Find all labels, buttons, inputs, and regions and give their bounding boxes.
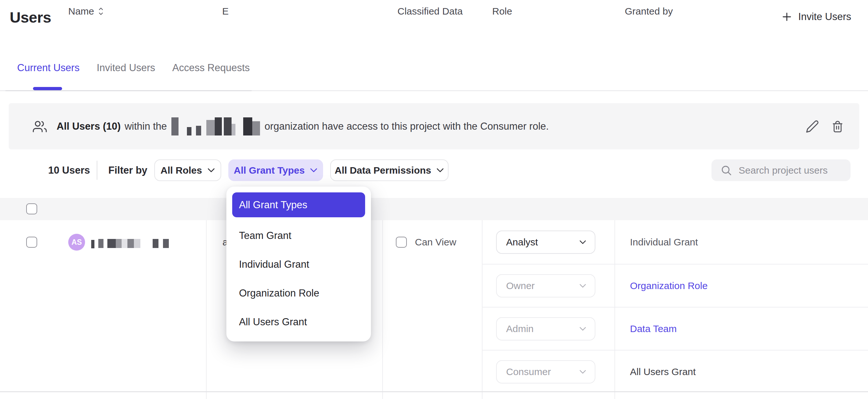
avatar: AS [68,234,85,251]
chevron-down-icon [310,168,317,173]
tab-divider-dark [5,90,252,91]
column-header-role: Role [492,0,512,22]
row-checkbox[interactable] [26,237,37,248]
toolbar-divider [97,161,97,180]
column-divider [615,220,615,399]
column-divider [482,220,483,399]
column-header-email: E [222,0,229,22]
column-divider [206,220,207,399]
search-box [711,159,850,181]
page-title: Users [10,8,51,26]
sub-row-divider [482,350,868,350]
plus-icon [781,11,792,22]
can-view-label: Can View [415,237,456,248]
banner-text: All Users (10) within the organization h… [57,117,549,135]
select-all-checkbox[interactable] [26,204,37,214]
filter-all-roles[interactable]: All Roles [154,159,221,181]
menu-item-all-grant-types[interactable]: All Grant Types [232,192,365,217]
menu-list: Team Grant Individual Grant Organization… [232,221,365,336]
menu-item-individual-grant[interactable]: Individual Grant [232,250,365,279]
column-header-classified-data: Classified Data [398,0,463,22]
menu-item-all-users-grant[interactable]: All Users Grant [232,307,365,336]
chevron-down-icon [579,240,586,244]
role-select-owner: Owner [496,274,595,298]
grant-types-dropdown: All Grant Types Team Grant Individual Gr… [226,187,371,341]
tab-current-users[interactable]: Current Users [17,62,80,74]
menu-item-team-grant[interactable]: Team Grant [232,221,365,250]
granted-by-data-team-link[interactable]: Data Team [630,323,677,334]
filter-all-data-permissions[interactable]: All Data Permissions [330,159,448,181]
chevron-down-icon [579,327,586,331]
invite-users-button[interactable]: Invite Users [781,11,851,23]
chevron-down-icon [207,168,215,173]
banner-suffix-text: organization have access to this project… [265,121,549,132]
tab-invited-users[interactable]: Invited Users [97,62,155,74]
search-input[interactable] [739,165,845,176]
sub-row-divider [482,307,868,307]
chevron-down-icon [436,168,444,173]
column-header-name[interactable]: Name [68,0,103,22]
row-divider [0,391,868,392]
table-header [0,198,868,220]
redacted-user-name [91,239,169,248]
granted-by-organization-role-link[interactable]: Organization Role [630,280,708,291]
search-icon [720,164,732,176]
invite-users-label: Invite Users [798,11,851,23]
role-select-analyst[interactable]: Analyst [496,231,595,254]
menu-item-organization-role[interactable]: Organization Role [232,279,365,307]
column-divider [382,220,383,399]
filter-by-label: Filter by [108,159,148,181]
sub-row-divider [482,264,868,265]
granted-by-individual-grant: Individual Grant [630,237,698,248]
users-icon [32,120,47,133]
redacted-org-name [172,117,260,135]
user-count: 10 Users [48,159,90,181]
can-view-checkbox[interactable] [396,237,407,248]
chevron-down-icon [579,370,586,374]
chevron-down-icon [579,283,586,288]
granted-by-all-users-grant: All Users Grant [630,366,695,377]
role-select-admin: Admin [496,317,595,340]
column-header-granted-by: Granted by [625,0,673,22]
edit-icon[interactable] [806,120,819,133]
trash-icon[interactable] [831,120,844,133]
users-page: Users Invite Users Current Users Invited… [0,0,868,399]
tab-access-requests[interactable]: Access Requests [173,62,250,74]
filter-all-grant-types[interactable]: All Grant Types [228,159,323,181]
all-users-banner: All Users (10) within the organization h… [9,103,859,149]
tab-bar: Current Users Invited Users Access Reque… [17,62,250,74]
banner-middle-text: within the [125,121,167,132]
banner-bold-text: All Users (10) [57,121,121,132]
active-tab-indicator [33,87,62,90]
role-select-consumer: Consumer [496,360,595,383]
sort-icon [98,7,103,16]
